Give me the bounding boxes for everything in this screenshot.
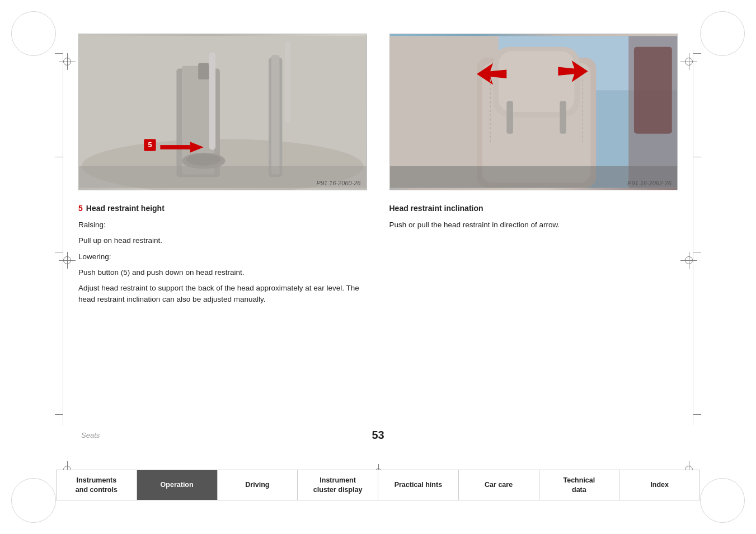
left-section-heading: 5 Head restraint height [78, 204, 367, 213]
left-image-box: 5 P91.16-2060-26 [78, 34, 367, 190]
nav-item-operation[interactable]: Operation [137, 470, 218, 500]
right-image: P91.16-2062-26 [389, 34, 678, 190]
tick-tl [55, 53, 63, 54]
right-section-heading: Head restraint inclination [389, 204, 678, 213]
nav-item-technical-data[interactable]: Technicaldata [539, 470, 620, 500]
adjust-text: Adjust head restraint to support the bac… [78, 283, 367, 306]
inclination-text: Push or pull the head restraint in direc… [389, 219, 678, 231]
left-section-heading-text: Head restraint height [86, 204, 165, 213]
page-footer-area: Seats 53 [0, 429, 756, 442]
left-rule [63, 50, 63, 425]
bottom-left-circle [11, 478, 56, 523]
main-content: 5 P91.16-2060-26 [78, 34, 678, 456]
nav-item-index[interactable]: Index [619, 470, 699, 500]
svg-rect-14 [285, 41, 290, 123]
left-section-num: 5 [78, 204, 83, 213]
left-image: 5 P91.16-2060-26 [78, 34, 367, 190]
tick-mr [693, 252, 701, 252]
tick-ml [55, 252, 63, 252]
top-left-circle [11, 11, 56, 56]
svg-rect-23 [506, 101, 513, 134]
left-image-caption: P91.16-2060-26 [317, 180, 361, 186]
lowering-label: Lowering: [78, 251, 367, 263]
section-label: Seats [81, 431, 100, 439]
right-text-col: Head restraint inclination Push or pull … [389, 204, 678, 310]
svg-rect-13 [209, 52, 216, 149]
right-image-caption: P91.16-2062-26 [627, 180, 672, 186]
svg-rect-4 [198, 63, 209, 79]
top-right-circle [700, 11, 745, 56]
tick-ml-top [55, 157, 63, 157]
reg-cross-ml [59, 252, 76, 269]
page-number: 53 [372, 429, 384, 442]
tick-bl-top [55, 414, 63, 415]
right-section-heading-text: Head restraint inclination [389, 204, 483, 213]
svg-text:5: 5 [148, 141, 152, 149]
reg-cross-tr [680, 53, 697, 70]
lowering-text: Push button (5) and push down on head re… [78, 267, 367, 278]
nav-item-instrument-cluster-display[interactable]: Instrumentcluster display [298, 470, 378, 500]
nav-item-practical-hints[interactable]: Practical hints [378, 470, 459, 500]
nav-item-driving[interactable]: Driving [218, 470, 298, 500]
left-text-col: 5 Head restraint height Raising: Pull up… [78, 204, 367, 310]
reg-cross-mr [680, 252, 697, 269]
tick-br-top [693, 414, 701, 415]
svg-rect-9 [160, 145, 190, 149]
right-rule [693, 50, 693, 425]
tick-tr [693, 53, 701, 54]
svg-point-8 [186, 154, 221, 166]
nav-item-instruments-and-controls[interactable]: Instrumentsand controls [57, 470, 137, 500]
svg-rect-28 [633, 47, 672, 134]
right-image-box: P91.16-2062-26 [389, 34, 678, 190]
svg-rect-24 [560, 101, 566, 134]
svg-rect-6 [271, 55, 280, 174]
nav-item-car-care[interactable]: Car care [459, 470, 539, 500]
raising-label: Raising: [78, 219, 367, 231]
tick-mr-top [693, 157, 701, 157]
raising-text: Pull up on head restraint. [78, 235, 367, 246]
images-row: 5 P91.16-2060-26 [78, 34, 678, 190]
text-row: 5 Head restraint height Raising: Pull up… [78, 204, 678, 310]
reg-cross-tl [59, 53, 76, 70]
nav-bar: Instrumentsand controlsOperationDrivingI… [56, 470, 700, 500]
bottom-right-circle [700, 478, 745, 523]
